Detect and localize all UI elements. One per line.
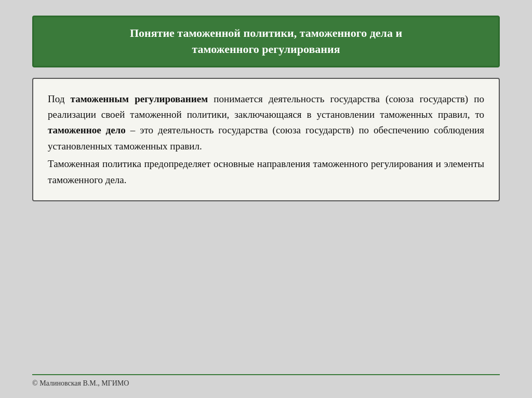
footer-copyright: © Малиновская В.М., МГИМО (32, 379, 500, 388)
paragraph1-bold1: таможенным регулированием (71, 93, 208, 104)
paragraph1-bold2: таможенное дело (48, 125, 126, 135)
paragraph2: Таможенная политика предопределяет основ… (48, 158, 484, 185)
title-line2: таможенного регулирования (192, 43, 340, 56)
footer-area: © Малиновская В.М., МГИМО (32, 369, 500, 388)
title-text: Понятие таможенной политики, таможенного… (46, 25, 486, 58)
footer-line (32, 374, 500, 375)
paragraph1-pre-bold: Под (48, 93, 71, 104)
content-box: Под таможенным регулированием понимается… (32, 78, 500, 201)
title-box: Понятие таможенной политики, таможенного… (32, 16, 500, 67)
title-line1: Понятие таможенной политики, таможенного… (130, 26, 402, 39)
content-text: Под таможенным регулированием понимается… (48, 91, 484, 188)
slide-container: Понятие таможенной политики, таможенного… (32, 16, 500, 201)
